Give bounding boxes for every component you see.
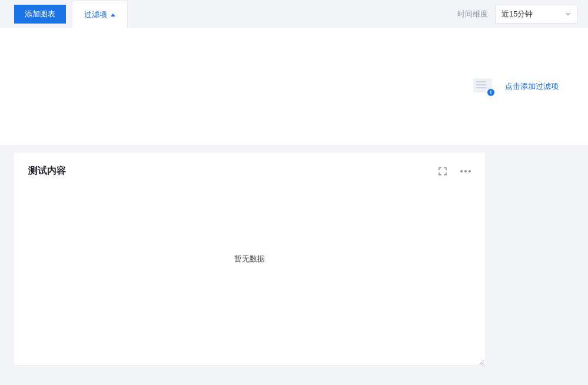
toolbar: 添加图表 过滤项 时间维度 近15分钟 <box>0 0 588 28</box>
card-title: 测试内容 <box>28 165 66 177</box>
resize-handle[interactable] <box>477 357 484 364</box>
filter-add-region: ! 点击添加过滤项 <box>473 78 559 95</box>
card-header: 测试内容 <box>14 153 485 183</box>
filter-panel: ! 点击添加过滤项 <box>0 28 588 145</box>
filter-tab[interactable]: 过滤项 <box>72 1 128 28</box>
content-area: 测试内容 暂无数据 <box>0 145 588 371</box>
time-range-select[interactable]: 近15分钟 <box>495 5 577 24</box>
toolbar-right: 时间维度 近15分钟 <box>457 0 588 28</box>
caret-up-icon <box>111 14 115 16</box>
time-select-value: 近15分钟 <box>501 9 533 19</box>
add-filter-link[interactable]: 点击添加过滤项 <box>505 81 559 92</box>
empty-state-text: 暂无数据 <box>234 254 265 264</box>
expand-icon[interactable] <box>438 167 447 176</box>
add-chart-button[interactable]: 添加图表 <box>14 5 66 24</box>
card-actions <box>438 167 471 176</box>
chart-card: 测试内容 暂无数据 <box>14 153 485 365</box>
document-info-icon: ! <box>473 78 494 95</box>
filter-tab-label: 过滤项 <box>84 9 107 20</box>
more-icon[interactable] <box>460 170 471 172</box>
time-dimension-label: 时间维度 <box>457 9 488 19</box>
caret-down-icon <box>565 13 571 16</box>
